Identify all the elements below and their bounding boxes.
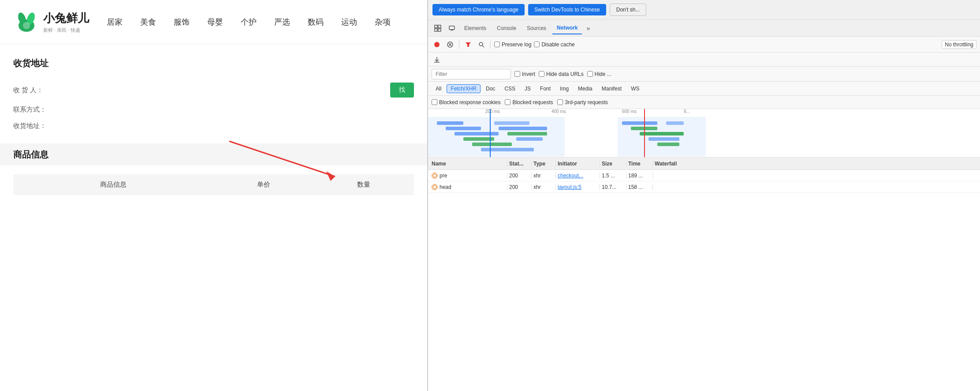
blocked-requests-checkbox[interactable]: Blocked requests: [505, 99, 553, 105]
tab-elements[interactable]: Elements: [460, 23, 491, 34]
nav-item-care[interactable]: 个护: [241, 17, 257, 27]
bar-row2-1: [622, 121, 657, 125]
bar-row1-7: [494, 121, 529, 125]
timeline-red-line: [644, 109, 645, 157]
nav-item-sports[interactable]: 运动: [341, 17, 357, 27]
waterfall-timeline-area: 200 ms 400 ms 600 ms 8...: [428, 109, 980, 158]
recipient-row: 收 货 人： 找: [13, 83, 414, 98]
inspect-element-icon[interactable]: [432, 22, 444, 34]
type-btn-doc[interactable]: Doc: [482, 84, 499, 93]
logo-text-wrap: 小兔鲜儿 新鲜 · 亲民 · 快递: [43, 11, 89, 34]
nav-item-home[interactable]: 居家: [107, 17, 123, 27]
col-header-initiator: Initiator: [556, 161, 600, 167]
table-row[interactable]: head 200 xhr layout.js:5 10.7... 158 ...: [428, 181, 980, 193]
row-name-pre[interactable]: ○ pre: [428, 173, 507, 179]
type-btn-manifest[interactable]: Manifest: [598, 84, 626, 93]
find-address-button[interactable]: 找: [390, 83, 414, 98]
bar-row1-5: [472, 143, 512, 146]
tick-200ms: 200 ms: [485, 109, 500, 114]
products-section-title: 商品信息: [13, 144, 48, 165]
dismiss-language-button[interactable]: Don't sh...: [610, 4, 647, 16]
more-tabs-button[interactable]: »: [584, 23, 592, 34]
shipping-section-title: 收货地址: [13, 53, 414, 74]
bar-row2-4: [648, 137, 679, 141]
type-btn-css[interactable]: CSS: [500, 84, 519, 93]
svg-rect-9: [438, 29, 441, 31]
waterfall-timeline: 200 ms 400 ms 600 ms 8...: [428, 109, 980, 157]
switch-language-button[interactable]: Switch DevTools to Chinese: [528, 4, 606, 15]
product-table-header: 商品信息 单价 数量: [13, 174, 414, 195]
address-row: 收货地址：: [13, 122, 414, 130]
logo-area: 小兔鲜儿 新鲜 · 亲民 · 快递: [13, 9, 89, 35]
svg-rect-7: [438, 25, 441, 28]
match-language-button[interactable]: Always match Chrome's language: [432, 4, 525, 15]
svg-point-23: [433, 185, 436, 189]
tick-600ms: 600 ms: [622, 109, 637, 114]
lang-suggestion-bar: Always match Chrome's language Switch De…: [428, 0, 980, 20]
nav-item-misc[interactable]: 杂项: [375, 17, 391, 27]
download-button[interactable]: [432, 54, 442, 65]
blocked-row: Blocked response cookies Blocked request…: [428, 96, 980, 109]
svg-rect-8: [435, 29, 437, 31]
recipient-label: 收 货 人：: [13, 86, 53, 94]
type-btn-ws[interactable]: WS: [627, 84, 643, 93]
row-time-head: 158 ...: [626, 184, 653, 190]
address-label: 收货地址：: [13, 122, 53, 130]
third-party-checkbox[interactable]: 3rd-party requests: [557, 99, 607, 105]
filter-row: Invert Hide data URLs Hide ...: [428, 67, 980, 82]
row-type-head: xhr: [532, 184, 556, 190]
row-initiator-head[interactable]: layout.js:5: [556, 184, 600, 190]
tab-sources[interactable]: Sources: [522, 23, 551, 34]
bar-row1-10: [516, 137, 543, 141]
svg-point-3: [23, 22, 30, 29]
nav-list: 居家 美食 服饰 母婴 个护 严选 数码 运动 杂项: [107, 17, 391, 27]
page-content: 收货地址 收 货 人： 找 联系方式： 收货地址： 商品信息: [0, 44, 427, 204]
col-header-product: 商品信息: [13, 180, 214, 189]
hide-checkbox[interactable]: Hide ...: [587, 71, 611, 77]
throttle-select[interactable]: No throttling: [942, 40, 976, 49]
nav-item-select[interactable]: 严选: [274, 17, 290, 27]
blocked-cookies-checkbox[interactable]: Blocked response cookies: [432, 99, 500, 105]
network-table[interactable]: Name Stat... Type Initiator Size Time Wa…: [428, 158, 980, 391]
table-row[interactable]: ○ pre 200 xhr checkout... 1.5 ... 189 ..…: [428, 170, 980, 181]
invert-checkbox[interactable]: Invert: [514, 71, 535, 77]
nav-item-baby[interactable]: 母婴: [207, 17, 223, 27]
disable-cache-checkbox[interactable]: Disable cache: [534, 41, 574, 48]
device-toolbar-icon[interactable]: [446, 22, 458, 34]
type-btn-img[interactable]: Img: [556, 84, 573, 93]
timeline-blue-line: [490, 109, 491, 157]
hide-data-urls-checkbox[interactable]: Hide data URLs: [539, 71, 584, 77]
nav-item-clothing[interactable]: 服饰: [174, 17, 190, 27]
row-name-head[interactable]: head: [428, 184, 507, 190]
col-header-status: Stat...: [507, 161, 532, 167]
xhr-icon-head: [432, 184, 438, 190]
type-filter-row: All Fetch/XHR Doc CSS JS Font Img Media …: [428, 82, 980, 96]
nav-item-digital[interactable]: 数码: [308, 17, 324, 27]
row-initiator-pre[interactable]: checkout...: [556, 173, 600, 179]
type-btn-media[interactable]: Media: [574, 84, 596, 93]
type-btn-all[interactable]: All: [432, 84, 445, 93]
svg-point-12: [434, 42, 440, 47]
nav-header: 小兔鲜儿 新鲜 · 亲民 · 快递 居家 美食 服饰 母婴 个护 严选 数码 运…: [0, 0, 427, 44]
network-toolbar2: [428, 53, 980, 67]
logo-title: 小兔鲜儿: [43, 11, 89, 26]
tab-network[interactable]: Network: [552, 22, 582, 34]
search-button[interactable]: [476, 39, 487, 50]
svg-marker-16: [466, 42, 471, 47]
nav-item-food[interactable]: 美食: [140, 17, 156, 27]
svg-point-17: [479, 42, 483, 46]
devtools-tabs-bar: Elements Console Sources Network »: [428, 20, 980, 37]
type-btn-js[interactable]: JS: [521, 84, 535, 93]
filter-input[interactable]: [432, 69, 511, 79]
type-btn-font[interactable]: Font: [536, 84, 555, 93]
record-button[interactable]: [432, 39, 442, 50]
type-btn-fetch-xhr[interactable]: Fetch/XHR: [447, 84, 481, 93]
tab-console[interactable]: Console: [492, 23, 521, 34]
logo-icon: [13, 9, 40, 35]
tick-400ms: 400 ms: [551, 109, 566, 114]
svg-line-18: [482, 45, 484, 47]
contact-row: 联系方式：: [13, 105, 414, 114]
preserve-log-checkbox[interactable]: Preserve log: [494, 41, 531, 48]
filter-button[interactable]: [463, 39, 473, 50]
clear-button[interactable]: [445, 39, 455, 50]
